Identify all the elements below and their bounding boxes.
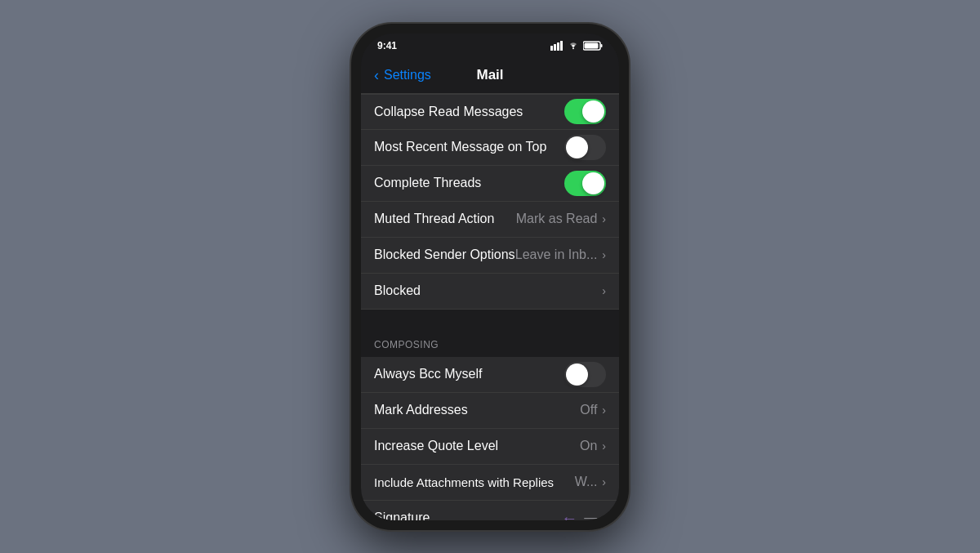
svg-rect-1 [554,44,556,51]
mark-addresses-label: Mark Addresses [374,403,580,417]
chevron-icon: › [602,404,606,417]
complete-threads-toggle[interactable] [564,171,606,196]
svg-point-4 [572,47,574,49]
include-attachments-row[interactable]: Include Attachments with Replies W... › [361,465,619,501]
toggle-knob [582,100,604,123]
signature-label: Signature [374,511,555,520]
section-divider [361,310,619,326]
chevron-icon: › [602,284,606,297]
svg-rect-0 [550,46,553,51]
blocked-sender-value: Leave in Inb... [515,248,598,262]
threading-section: Collapse Read Messages Most Recent Messa… [361,94,619,310]
blocked-label: Blocked [374,283,602,298]
blocked-sender-row[interactable]: Blocked Sender Options Leave in Inb... › [361,238,619,274]
most-recent-top-toggle[interactable] [564,135,606,160]
muted-thread-label: Muted Thread Action [374,212,516,226]
collapse-read-row[interactable]: Collapse Read Messages [361,94,619,130]
phone-screen: 9:41 [361,33,619,520]
increase-quote-value: On [580,439,597,453]
svg-rect-2 [557,42,559,51]
chevron-icon: › [602,212,606,225]
always-bcc-label: Always Bcc Myself [374,367,564,381]
signature-value: — [584,511,597,520]
mark-addresses-row[interactable]: Mark Addresses Off › [361,393,619,429]
signature-row[interactable]: Signature ← — › [361,501,619,520]
wifi-icon [567,41,580,51]
include-attachments-label: Include Attachments with Replies [374,475,575,489]
battery-icon [583,41,603,51]
toggle-knob [566,363,588,386]
collapse-read-toggle[interactable] [564,99,606,124]
composing-section: COMPOSING Always Bcc Myself Mark Address… [361,326,619,520]
svg-rect-3 [560,41,563,51]
back-label: Settings [384,68,431,83]
svg-rect-6 [601,44,603,47]
composing-header: COMPOSING [361,326,619,357]
toggle-knob [566,136,588,158]
muted-thread-row[interactable]: Muted Thread Action Mark as Read › [361,202,619,238]
nav-bar: ‹ Settings Mail [361,58,619,94]
increase-quote-row[interactable]: Increase Quote Level On › [361,429,619,465]
back-button[interactable]: ‹ Settings [374,67,431,84]
signal-icon [550,41,564,51]
svg-rect-7 [585,42,599,48]
mark-addresses-value: Off [580,403,597,417]
increase-quote-label: Increase Quote Level [374,439,580,453]
arrow-annotation-icon: ← [561,509,577,520]
collapse-read-label: Collapse Read Messages [374,105,564,119]
status-bar: 9:41 [361,33,619,58]
blocked-row[interactable]: Blocked › [361,274,619,310]
always-bcc-row[interactable]: Always Bcc Myself [361,357,619,393]
include-attachments-value: W... [575,475,598,489]
most-recent-top-label: Most Recent Message on Top [374,140,564,154]
blocked-sender-label: Blocked Sender Options [374,248,515,262]
always-bcc-toggle[interactable] [564,362,606,387]
phone-device: 9:41 [351,24,629,530]
chevron-icon: › [602,475,606,488]
nav-title: Mail [476,67,503,83]
complete-threads-label: Complete Threads [374,176,564,190]
back-chevron-icon: ‹ [374,67,379,84]
chevron-icon: › [602,439,606,453]
complete-threads-row[interactable]: Complete Threads [361,166,619,202]
chevron-icon: › [602,248,606,261]
settings-content: Collapse Read Messages Most Recent Messa… [361,94,619,520]
toggle-knob [582,172,604,194]
muted-thread-value: Mark as Read [516,212,598,226]
chevron-icon: › [602,511,606,520]
most-recent-top-row[interactable]: Most Recent Message on Top [361,130,619,166]
